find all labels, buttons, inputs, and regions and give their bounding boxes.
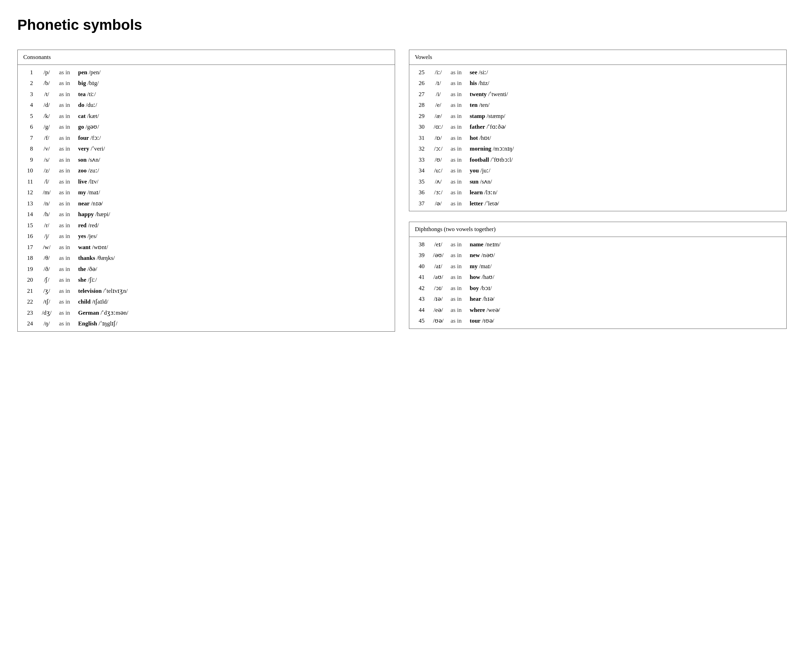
row-number: 20 — [23, 274, 37, 285]
row-number: 34 — [415, 165, 429, 176]
phonetic-symbol: /v/ — [37, 143, 56, 154]
example-word: hear /hɪə/ — [467, 294, 781, 305]
consonants-box: Consonants 1 /p/ as in pen /pen/ 2 /b/ a… — [17, 50, 395, 332]
as-in-label: as in — [56, 67, 75, 78]
phonetic-symbol: /b/ — [37, 78, 56, 89]
table-row: 36 /ɜː/ as in learn /lɜːn/ — [415, 187, 781, 198]
example-word: twenty /ˈtwenti/ — [467, 89, 781, 100]
example-word: cat /kæt/ — [75, 111, 389, 122]
as-in-label: as in — [56, 274, 75, 285]
table-row: 21 /ʒ/ as in television /ˈtelɪvɪʒn/ — [23, 285, 389, 297]
example-word: my /maɪ/ — [75, 187, 389, 198]
phonetic-symbol: /æ/ — [429, 111, 448, 122]
as-in-label: as in — [448, 239, 467, 250]
row-number: 27 — [415, 89, 429, 100]
phonetic-symbol: /iː/ — [429, 67, 448, 78]
row-number: 3 — [23, 89, 37, 100]
row-number: 32 — [415, 143, 429, 154]
as-in-label: as in — [448, 154, 467, 165]
example-word: television /ˈtelɪvɪʒn/ — [75, 285, 389, 297]
table-row: 38 /eɪ/ as in name /neɪm/ — [415, 239, 781, 250]
as-in-label: as in — [56, 143, 75, 154]
phonetic-symbol: /ð/ — [37, 264, 56, 275]
example-word: you /juː/ — [467, 165, 781, 176]
as-in-label: as in — [448, 165, 467, 176]
vowels-header: Vowels — [409, 50, 786, 65]
example-word: near /nɪə/ — [75, 198, 389, 209]
diphthongs-header: Diphthongs (two vowels together) — [409, 222, 786, 237]
example-word: his /hɪz/ — [467, 78, 781, 89]
table-row: 3 /t/ as in tea /tiː/ — [23, 89, 389, 100]
row-number: 8 — [23, 143, 37, 154]
phonetic-symbol: /tʃ/ — [37, 296, 56, 307]
as-in-label: as in — [448, 272, 467, 283]
example-word: very /ˈveri/ — [75, 143, 389, 154]
example-word: my /maɪ/ — [467, 261, 781, 272]
phonetic-symbol: /ŋ/ — [37, 318, 56, 329]
phonetic-symbol: /ʃ/ — [37, 274, 56, 285]
row-number: 11 — [23, 176, 37, 188]
row-number: 29 — [415, 111, 429, 122]
table-row: 30 /ɑː/ as in father /ˈfɑːðə/ — [415, 121, 781, 132]
row-number: 41 — [415, 272, 429, 283]
table-row: 43 /ɪə/ as in hear /hɪə/ — [415, 294, 781, 305]
table-row: 13 /n/ as in near /nɪə/ — [23, 198, 389, 209]
example-word: sun /sʌn/ — [467, 176, 781, 188]
as-in-label: as in — [56, 121, 75, 132]
row-number: 43 — [415, 294, 429, 305]
row-number: 6 — [23, 121, 37, 132]
phonetic-symbol: /h/ — [37, 209, 56, 220]
diphthongs-table: 38 /eɪ/ as in name /neɪm/ 39 /əʊ/ as in … — [415, 239, 781, 326]
row-number: 2 — [23, 78, 37, 89]
phonetic-symbol: /ʌ/ — [429, 176, 448, 188]
as-in-label: as in — [56, 296, 75, 307]
phonetic-symbol: /m/ — [37, 187, 56, 198]
row-number: 31 — [415, 132, 429, 144]
example-word: tour /tʊə/ — [467, 315, 781, 326]
example-word: German /ˈdʒɜːmən/ — [75, 307, 389, 318]
row-number: 25 — [415, 67, 429, 78]
phonetic-symbol: /f/ — [37, 132, 56, 144]
as-in-label: as in — [448, 261, 467, 272]
as-in-label: as in — [56, 78, 75, 89]
phonetic-symbol: /dʒ/ — [37, 307, 56, 318]
example-word: yes /jes/ — [75, 231, 389, 242]
table-row: 45 /ʊə/ as in tour /tʊə/ — [415, 315, 781, 326]
table-row: 8 /v/ as in very /ˈveri/ — [23, 143, 389, 154]
as-in-label: as in — [56, 176, 75, 188]
phonetic-symbol: /ɪə/ — [429, 294, 448, 305]
as-in-label: as in — [448, 294, 467, 305]
row-number: 5 — [23, 111, 37, 122]
phonetic-symbol: /ʊ/ — [429, 154, 448, 165]
phonetic-symbol: /g/ — [37, 121, 56, 132]
example-word: how /haʊ/ — [467, 272, 781, 283]
phonetic-symbol: /n/ — [37, 198, 56, 209]
table-row: 2 /b/ as in big /bɪg/ — [23, 78, 389, 89]
phonetic-symbol: /w/ — [37, 242, 56, 253]
table-row: 20 /ʃ/ as in she /ʃiː/ — [23, 274, 389, 285]
as-in-label: as in — [448, 305, 467, 316]
example-word: English /ˈɪŋglɪʃ/ — [75, 318, 389, 329]
example-word: do /duː/ — [75, 99, 389, 111]
phonetic-symbol: /ɜː/ — [429, 187, 448, 198]
phonetic-symbol: /ɪ/ — [429, 78, 448, 89]
phonetic-symbol: /ə/ — [429, 198, 448, 209]
table-row: 22 /tʃ/ as in child /tʃaɪld/ — [23, 296, 389, 307]
table-row: 25 /iː/ as in see /siː/ — [415, 67, 781, 78]
phonetic-symbol: /eə/ — [429, 305, 448, 316]
row-number: 1 — [23, 67, 37, 78]
as-in-label: as in — [56, 111, 75, 122]
as-in-label: as in — [56, 198, 75, 209]
row-number: 17 — [23, 242, 37, 253]
example-word: football /ˈfʊtbɔːl/ — [467, 154, 781, 165]
vowels-body: 25 /iː/ as in see /siː/ 26 /ɪ/ as in his… — [409, 65, 786, 211]
row-number: 4 — [23, 99, 37, 111]
phonetic-symbol: /l/ — [37, 176, 56, 188]
as-in-label: as in — [448, 198, 467, 209]
row-number: 37 — [415, 198, 429, 209]
as-in-label: as in — [448, 176, 467, 188]
phonetic-symbol: /ʊə/ — [429, 315, 448, 326]
as-in-label: as in — [448, 315, 467, 326]
as-in-label: as in — [448, 143, 467, 154]
table-row: 40 /aɪ/ as in my /maɪ/ — [415, 261, 781, 272]
